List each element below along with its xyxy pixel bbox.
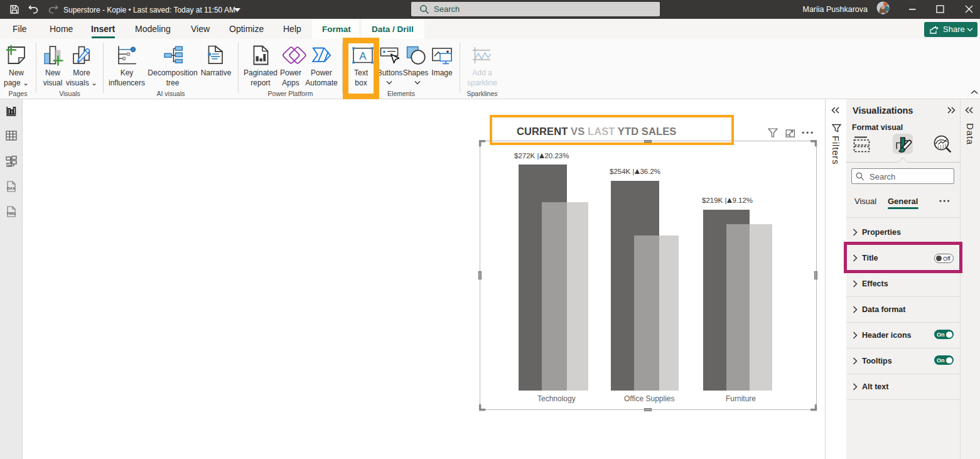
svg-text:DAX: DAX: [8, 186, 16, 190]
svg-text:TMDL: TMDL: [7, 212, 17, 215]
